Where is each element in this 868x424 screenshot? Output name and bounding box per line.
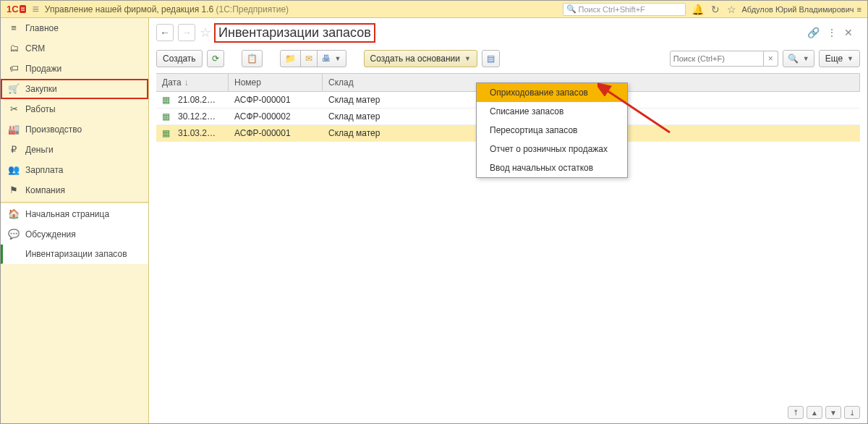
create-button[interactable]: Создать: [156, 50, 203, 67]
cart-icon: 🛒: [8, 83, 20, 94]
people-icon: 👥: [8, 164, 20, 175]
mail-icon: ✉: [305, 54, 312, 64]
sidebar-item-sales[interactable]: 🏷Продажи: [1, 59, 148, 79]
nav-top-button[interactable]: ⤒: [788, 406, 804, 419]
find-button[interactable]: 🔍▼: [783, 50, 814, 67]
refresh-button[interactable]: ⟳: [207, 50, 224, 67]
report-button[interactable]: ▤: [482, 50, 500, 67]
copy-icon: 📋: [247, 54, 258, 64]
list-nav-controls: ⤒ ▲ ▼ ⤓: [788, 406, 860, 419]
star-icon[interactable]: ☆: [727, 4, 736, 15]
nav-bottom-button[interactable]: ⤓: [844, 406, 860, 419]
mail-button[interactable]: ✉: [300, 50, 318, 67]
close-icon[interactable]: ✕: [844, 27, 853, 38]
dd-item-posting[interactable]: Оприходование запасов: [477, 83, 627, 102]
more-button[interactable]: Еще▼: [819, 50, 860, 67]
sidebar-item-main[interactable]: ≡Главное: [1, 18, 148, 38]
print-button[interactable]: 🖶▼: [317, 50, 346, 67]
main-menu-icon[interactable]: ≡: [32, 3, 38, 16]
forward-button[interactable]: →: [178, 24, 195, 41]
doc-icon: ▦: [156, 109, 172, 124]
folder-icon: 📁: [285, 54, 296, 64]
flag-icon: ⚑: [8, 185, 20, 195]
col-number[interactable]: Номер: [229, 74, 323, 91]
search-clear-button[interactable]: ×: [764, 51, 778, 67]
sidebar-sub-home[interactable]: 🏠Начальная страница: [1, 204, 148, 224]
dd-item-initial-balance[interactable]: Ввод начальных остатков: [477, 158, 627, 177]
chat-icon: 💬: [8, 229, 20, 239]
sidebar-item-company[interactable]: ⚑Компания: [1, 180, 148, 200]
favorite-star-icon[interactable]: ☆: [200, 25, 211, 41]
magnifier-icon: 🔍: [788, 54, 799, 64]
sidebar-item-money[interactable]: ₽Деньги: [1, 140, 148, 160]
sidebar: ≡Главное 🗂CRM 🏷Продажи 🛒Закупки ✂Работы …: [1, 18, 149, 423]
nav-up-button[interactable]: ▲: [807, 406, 822, 419]
bell-icon[interactable]: 🔔: [692, 4, 704, 15]
app-logo: 1C≡: [7, 4, 26, 14]
search-input[interactable]: [670, 51, 764, 67]
user-menu-icon: ≡: [857, 5, 861, 14]
app-title: Управление нашей фирмой, редакция 1.6 (1…: [45, 4, 289, 14]
home-icon: 🏠: [8, 208, 20, 219]
sidebar-item-production[interactable]: 🏭Производство: [1, 119, 148, 140]
history-icon[interactable]: ↻: [711, 4, 720, 15]
print-icon: 🖶: [322, 54, 331, 64]
sidebar-item-purchases[interactable]: 🛒Закупки: [1, 79, 148, 99]
doc-icon: ▦: [156, 125, 172, 141]
nav-down-button[interactable]: ▼: [825, 406, 841, 419]
factory-icon: 🏭: [8, 124, 20, 135]
menu-icon: ≡: [8, 22, 20, 33]
sidebar-sub-inventory[interactable]: Инвентаризации запасов: [1, 245, 148, 264]
report-icon: ▤: [487, 54, 495, 64]
page-title: Инвентаризации запасов: [216, 25, 374, 41]
sidebar-item-salary[interactable]: 👥Зарплата: [1, 160, 148, 180]
crm-icon: 🗂: [8, 43, 20, 54]
money-icon: ₽: [8, 144, 20, 155]
sidebar-sub-discussions[interactable]: 💬Обсуждения: [1, 224, 148, 245]
dd-item-retail-report[interactable]: Отчет о розничных продажах: [477, 140, 627, 158]
sidebar-item-works[interactable]: ✂Работы: [1, 99, 148, 119]
link-icon[interactable]: 🔗: [807, 27, 820, 38]
back-button[interactable]: ←: [156, 24, 174, 41]
tools-icon: ✂: [8, 103, 20, 114]
global-search[interactable]: 🔍 Поиск Ctrl+Shift+F: [563, 3, 686, 16]
list-search[interactable]: ×: [670, 51, 778, 67]
user-label[interactable]: Абдулов Юрий Владимирович ≡: [742, 5, 861, 14]
folder-button[interactable]: 📁: [280, 50, 301, 67]
col-date[interactable]: Дата ↓: [156, 74, 229, 91]
dd-item-resort[interactable]: Пересортица запасов: [477, 121, 627, 140]
sidebar-item-crm[interactable]: 🗂CRM: [1, 38, 148, 59]
app-topbar: 1C≡ ≡ Управление нашей фирмой, редакция …: [1, 1, 867, 18]
sales-icon: 🏷: [8, 63, 20, 74]
create-based-dropdown: Оприходование запасов Списание запасов П…: [476, 82, 628, 178]
copy-button[interactable]: 📋: [242, 50, 263, 67]
doc-icon: ▦: [156, 92, 172, 108]
refresh-icon: ⟳: [212, 54, 219, 64]
toolbar: Создать ⟳ 📋 📁 ✉ 🖶▼ Создать на основании▼…: [149, 47, 867, 73]
kebab-icon[interactable]: ⋮: [827, 27, 837, 38]
content-area: ← → ☆ Инвентаризации запасов 🔗 ⋮ ✕ Созда…: [149, 18, 867, 423]
dd-item-writeoff[interactable]: Списание запасов: [477, 102, 627, 121]
search-icon: 🔍: [566, 4, 576, 14]
create-based-button[interactable]: Создать на основании▼: [364, 50, 477, 67]
